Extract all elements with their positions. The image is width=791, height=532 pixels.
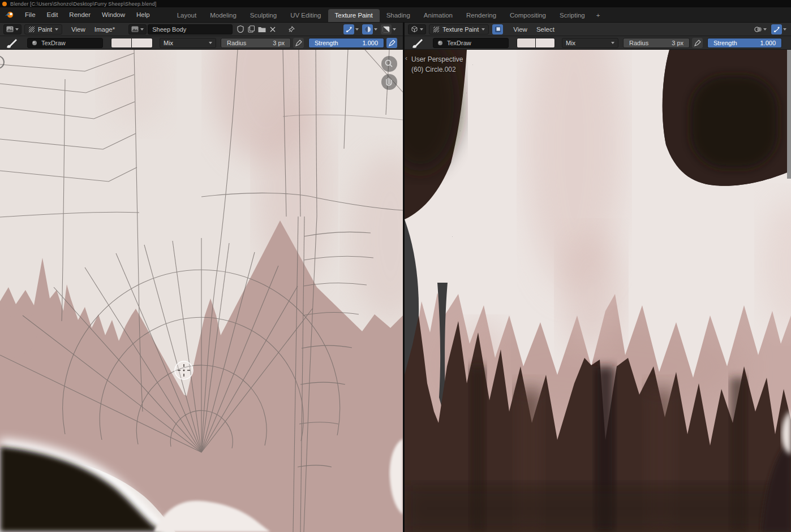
tab-texture-paint[interactable]: Texture Paint: [328, 9, 380, 22]
strength-slider[interactable]: Strength 1.000: [308, 38, 384, 48]
menu-window[interactable]: Window: [96, 11, 131, 18]
uv-shading-toggle[interactable]: [362, 24, 377, 34]
image-mode-dropdown[interactable]: Paint: [24, 24, 62, 34]
chevron-down-icon: [420, 28, 423, 31]
image-paint-toolbar: TexDraw Mix Radius 3 px Strength 1.000: [0, 36, 403, 50]
viewport-gizmo-toggle[interactable]: [771, 24, 786, 34]
viewport-select-menu[interactable]: Select: [532, 26, 559, 33]
editor-type-selector[interactable]: [3, 24, 22, 34]
blender-window: Blender [C:\Users\Shonzo\Desktop\Furry S…: [0, 0, 791, 532]
brush-name: TexDraw: [447, 40, 471, 46]
brush-preview-icon: [32, 40, 37, 46]
copy-icon: [250, 26, 254, 31]
fake-user-button[interactable]: [235, 24, 246, 34]
secondary-color-swatch[interactable]: [536, 38, 555, 48]
sidebar-collapse-arrow[interactable]: ‹: [405, 54, 407, 62]
open-image-button[interactable]: [256, 24, 267, 34]
radius-slider[interactable]: Radius 3 px: [623, 38, 690, 48]
chevron-down-icon: [393, 28, 396, 31]
shield-icon: [238, 26, 243, 33]
pan-gizmo-button[interactable]: [381, 74, 397, 90]
tab-compositing[interactable]: Compositing: [503, 9, 553, 22]
viewport-overlays-toggle[interactable]: [754, 24, 767, 34]
viewport-edge-strip: [787, 50, 791, 179]
overlays-icon: [381, 24, 392, 34]
primary-color-swatch[interactable]: [517, 38, 536, 48]
uv-gizmo-toggle[interactable]: [343, 24, 359, 34]
menu-help[interactable]: Help: [131, 11, 156, 18]
gizmo-icon: [343, 24, 354, 34]
brush-cursor: [175, 361, 193, 379]
radius-pressure-toggle[interactable]: [692, 38, 703, 48]
strength-pressure-toggle[interactable]: [386, 38, 397, 48]
tab-layout[interactable]: Layout: [170, 9, 204, 22]
chevron-down-icon: [355, 28, 359, 31]
image-view-menu[interactable]: View: [67, 26, 90, 33]
pin-image-button[interactable]: [286, 24, 296, 34]
viewport-paint-toolbar: TexDraw Mix Radius 3 px Strength 1.000: [405, 36, 791, 50]
sheep-model-view: [405, 50, 791, 532]
tab-shading[interactable]: Shading: [380, 9, 417, 22]
brush-selector[interactable]: TexDraw: [27, 38, 103, 48]
tab-uv-editing[interactable]: UV Editing: [283, 9, 328, 22]
image-editor-header: Paint View Image* Sheep Body: [0, 23, 403, 36]
overlays-icon: [754, 26, 762, 33]
tab-rendering[interactable]: Rendering: [459, 9, 503, 22]
brush-tool-icon[interactable]: [6, 37, 18, 49]
viewport-mode-dropdown[interactable]: Texture Paint: [429, 24, 489, 34]
tab-modeling[interactable]: Modeling: [203, 9, 243, 22]
workspace-tabs: Layout Modeling Sculpting UV Editing Tex…: [170, 7, 605, 22]
image-editor-canvas[interactable]: [0, 50, 403, 532]
viewport-view-menu[interactable]: View: [509, 26, 532, 33]
menu-render[interactable]: Render: [63, 11, 96, 18]
tab-scripting[interactable]: Scripting: [553, 9, 592, 22]
menu-edit[interactable]: Edit: [41, 11, 64, 18]
viewport-mode-label: Texture Paint: [442, 26, 479, 33]
image-name-field[interactable]: Sheep Body: [148, 24, 233, 34]
chevron-down-icon: [611, 42, 614, 44]
chevron-down-icon: [763, 28, 767, 31]
brush-tool-icon[interactable]: [411, 37, 424, 49]
editor-headers: Paint View Image* Sheep Body: [0, 23, 791, 36]
radius-value: 3 px: [672, 40, 689, 46]
image-browse-button[interactable]: [128, 24, 147, 34]
tool-settings: TexDraw Mix Radius 3 px Strength 1.000: [0, 36, 791, 50]
chevron-down-icon: [783, 28, 786, 31]
brush-preview-icon: [437, 40, 443, 46]
viewport-3d-canvas[interactable]: ‹ User Perspective (60) Circle.002: [405, 50, 791, 532]
viewport-type-selector[interactable]: [408, 24, 426, 34]
chevron-down-icon: [482, 28, 485, 31]
blender-logo-icon[interactable]: [5, 11, 15, 19]
menu-file[interactable]: File: [19, 11, 41, 18]
radius-value: 3 px: [273, 40, 290, 46]
uv-overlays-toggle[interactable]: [381, 24, 396, 34]
radius-slider[interactable]: Radius 3 px: [221, 38, 291, 48]
viewport-editor-icon: [411, 25, 418, 33]
blend-mode-dropdown[interactable]: Mix: [562, 38, 618, 48]
blender-window-icon: [2, 2, 7, 6]
pin-icon: [289, 27, 294, 32]
unlink-image-button[interactable]: [267, 24, 278, 34]
tab-sculpting[interactable]: Sculpting: [243, 9, 283, 22]
radius-label: Radius: [221, 40, 246, 46]
brush-selector[interactable]: TexDraw: [433, 38, 509, 48]
new-image-button[interactable]: [246, 24, 256, 34]
blend-mode-dropdown[interactable]: Mix: [160, 38, 216, 48]
image-image-menu[interactable]: Image*: [90, 26, 119, 33]
secondary-color-swatch[interactable]: [132, 38, 153, 48]
sheep-body-texture: [0, 50, 403, 532]
zoom-gizmo-button[interactable]: [381, 56, 397, 72]
image-mode-label: Paint: [38, 26, 52, 33]
primary-color-swatch[interactable]: [111, 38, 132, 48]
tab-animation[interactable]: Animation: [417, 9, 459, 22]
viewport-header: Texture Paint View Select: [405, 23, 791, 36]
sheep-ear-top-right: [663, 50, 791, 186]
strength-slider[interactable]: Strength 1.000: [707, 38, 782, 48]
texture-slot-toggle[interactable]: [492, 24, 503, 34]
chevron-down-icon: [209, 42, 212, 44]
menubar: File Edit Render Window Help Layout Mode…: [0, 7, 791, 23]
radius-pressure-toggle[interactable]: [293, 38, 304, 48]
brush-name: TexDraw: [41, 40, 66, 46]
add-workspace-button[interactable]: +: [592, 9, 605, 22]
strength-label: Strength: [309, 40, 338, 46]
